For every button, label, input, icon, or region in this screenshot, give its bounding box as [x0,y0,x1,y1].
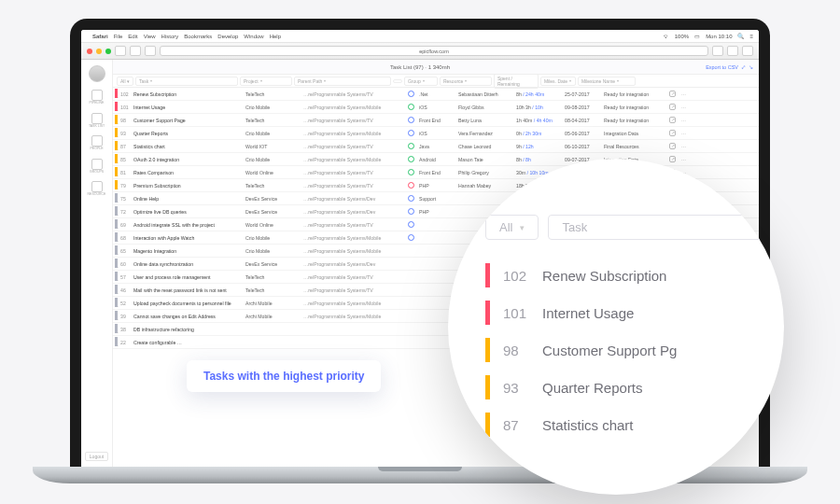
window-minimize-icon[interactable] [96,49,102,54]
row-menu-icon[interactable]: ⋯ [679,144,688,149]
col-milestone[interactable]: Milestone Name▾ [578,77,636,86]
priority-value: 101 [119,105,132,110]
task-name[interactable]: Renew Subscription [132,91,244,97]
task-name[interactable]: Upload paycheck documents to personnel f… [132,301,244,306]
task-name[interactable]: Online data synchronization [132,261,244,267]
status-icon[interactable] [408,195,414,202]
row-menu-icon[interactable]: ⋯ [679,105,688,110]
zoom-row[interactable]: 102Renew Subscription [485,257,765,294]
open-link-icon[interactable] [669,143,676,149]
status-icon[interactable] [408,104,414,110]
address-bar[interactable]: epicflow.com [160,46,708,56]
open-link-icon[interactable] [669,104,676,110]
status-icon[interactable] [408,130,414,136]
zoom-row[interactable]: 93Quarter Reports [485,369,765,406]
menu-history[interactable]: History [161,34,179,39]
status-icon[interactable] [408,221,414,228]
table-row[interactable]: 87Statistics chartWorld IOT…re/Programma… [113,140,759,153]
col-status[interactable] [393,79,402,83]
status-icon[interactable] [408,117,414,123]
open-link-icon[interactable] [669,130,676,136]
battery-pct: 100% [675,34,689,39]
col-date[interactable]: Miles. Date▾ [540,77,576,86]
status-icon[interactable] [408,182,414,189]
logout-button[interactable]: Logout [85,452,108,461]
zoom-row[interactable]: 87Statistics chart [485,406,765,443]
table-row[interactable]: 93Quarter ReportsCrio Mobile…re/Programm… [113,127,759,140]
col-spent[interactable]: Spent / Remaining [494,74,539,89]
window-zoom-icon[interactable] [105,49,111,54]
task-name[interactable]: Magento Integration [132,248,244,254]
menu-edit[interactable]: Edit [128,34,137,39]
menu-view[interactable]: View [144,34,156,39]
task-name[interactable]: Cannot save changes on Edit Address [132,314,244,319]
sidebar-item-pipeline[interactable]: PIPELINE [88,90,106,105]
table-row[interactable]: 101Internet UsageCrio Mobile…re/Programm… [113,101,759,114]
menubar-app[interactable]: Safari [92,34,108,39]
col-project[interactable]: Project▾ [240,77,292,86]
menu-file[interactable]: File [114,34,123,39]
spotlight-icon[interactable]: 🔍 [737,33,744,39]
status-icon[interactable] [408,156,414,162]
row-menu-icon[interactable]: ⋯ [679,118,688,123]
menu-help[interactable]: Help [270,34,281,39]
nav-forward-icon[interactable] [145,46,156,56]
sidebar-toggle-icon[interactable] [115,46,126,56]
task-name[interactable]: OAuth 2.0 integration [132,157,244,162]
user-avatar[interactable] [89,65,105,82]
zoom-filter-all[interactable]: All▾ [485,215,539,240]
sidebar-item-resource[interactable]: RESOURCE [88,181,106,197]
task-name[interactable]: Android integrate SSL with the project [132,222,244,228]
table-row[interactable]: 98Customer Support PageTeleTech…re/Progr… [113,114,759,127]
collapse-icon[interactable]: ↘ [749,64,753,70]
nav-back-icon[interactable] [130,46,141,56]
col-group[interactable]: Group▾ [404,77,438,86]
sidebar-item-groups[interactable]: GROUPS [88,159,106,175]
status-icon[interactable] [408,143,414,149]
task-name[interactable]: Mail with the reset password link is not… [132,287,244,293]
status-icon[interactable] [408,91,414,97]
menu-develop[interactable]: Develop [217,34,238,39]
sidebar-item-people[interactable]: PEOPLE [88,135,106,151]
row-menu-icon[interactable]: ⋯ [679,157,688,162]
zoom-row[interactable]: 98Customer Support Pg [485,331,765,369]
status-icon[interactable] [408,208,414,215]
task-name[interactable]: Optimize live DB queries [132,209,244,215]
status-icon[interactable] [408,169,414,175]
open-link-icon[interactable] [669,156,676,162]
task-name[interactable]: Statistics chart [132,144,244,149]
open-link-icon[interactable] [669,117,676,123]
task-name[interactable]: Create configurable … [132,340,244,345]
open-link-icon[interactable] [669,91,676,97]
row-menu-icon[interactable]: ⋯ [679,91,688,97]
status-icon[interactable] [408,234,414,241]
menu-icon[interactable]: ≡ [749,34,753,39]
expand-icon[interactable]: ⤢ [741,64,746,70]
task-name[interactable]: Online Help [132,196,244,202]
task-name[interactable]: Interaction with Apple Watch [132,235,244,241]
filter-all[interactable]: All ▾ [117,77,133,86]
task-name[interactable]: User and process role management [132,274,244,280]
col-resource[interactable]: Resource▾ [440,77,492,86]
task-name[interactable]: Customer Support Page [132,118,244,123]
col-parent-path[interactable]: Parent Path▾ [294,77,391,86]
wifi-icon[interactable]: ᯤ [664,34,669,39]
tabs-icon[interactable] [742,46,753,56]
task-name[interactable]: Premium Subscription [132,183,244,189]
task-name[interactable]: Internet Usage [132,105,244,110]
zoom-row[interactable]: 101Internet Usage [485,294,765,331]
task-name[interactable]: Rates Comparison [132,170,244,175]
row-menu-icon[interactable]: ⋯ [679,131,688,136]
col-task[interactable]: Task▾ [135,77,238,86]
menu-bookmarks[interactable]: Bookmarks [184,34,212,39]
sidebar-item-tasklist[interactable]: TASK LIST [88,113,106,129]
task-name[interactable]: Quarter Reports [132,131,244,136]
table-row[interactable]: 102Renew SubscriptionTeleTech…re/Program… [113,88,759,101]
zoom-filter-task[interactable]: Task [548,215,765,240]
menu-window[interactable]: Window [244,34,263,39]
reload-icon[interactable] [712,46,723,56]
export-csv-button[interactable]: Export to CSV [706,64,738,70]
window-close-icon[interactable] [87,49,92,54]
task-name[interactable]: DB infrastructure refactoring [132,327,244,332]
share-icon[interactable] [727,46,738,56]
